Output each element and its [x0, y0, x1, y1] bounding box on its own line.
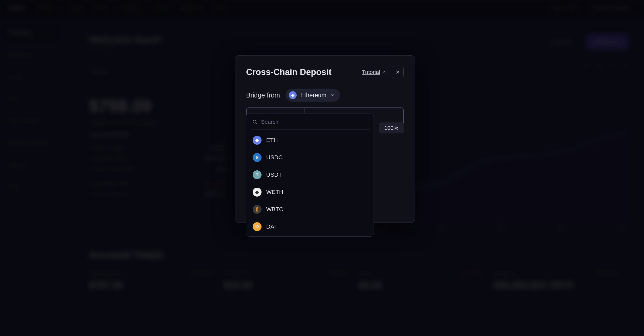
wbtc-icon: ₿: [253, 205, 262, 214]
dai-icon: D: [253, 222, 262, 231]
asset-option-label: USDT: [266, 171, 282, 178]
asset-option-usdt[interactable]: TUSDT: [251, 166, 369, 183]
bridge-from-label: Bridge from: [246, 91, 280, 99]
chain-name: Ethereum: [300, 92, 326, 99]
tutorial-label: Tutorial: [362, 69, 380, 75]
external-link-icon: [382, 70, 386, 74]
pct-100-button[interactable]: 100%: [379, 122, 404, 133]
tutorial-link[interactable]: Tutorial: [362, 69, 386, 75]
ethereum-icon: ◆: [289, 91, 297, 99]
asset-option-label: WETH: [266, 189, 283, 196]
eth-icon: ◆: [253, 136, 262, 145]
modal-title: Cross-Chain Deposit: [246, 67, 357, 77]
asset-option-label: DAI: [266, 223, 276, 230]
asset-option-label: ETH: [266, 137, 278, 144]
asset-dropdown: ◆ETH$USDCTUSDT◆WETH₿WBTCDDAI: [246, 113, 374, 237]
asset-option-eth[interactable]: ◆ETH: [251, 132, 369, 149]
chevron-down-icon: [330, 93, 335, 97]
asset-option-usdc[interactable]: $USDC: [251, 149, 369, 166]
weth-icon: ◆: [253, 188, 262, 197]
asset-option-dai[interactable]: DDAI: [251, 218, 369, 235]
asset-search-input[interactable]: [261, 119, 368, 125]
svg-point-0: [253, 120, 256, 123]
close-icon: [395, 69, 400, 75]
search-icon: [252, 119, 257, 124]
chain-select[interactable]: ◆ Ethereum: [286, 89, 340, 102]
asset-option-label: WBTC: [266, 206, 283, 213]
close-button[interactable]: [392, 66, 404, 78]
cross-chain-deposit-modal: Cross-Chain Deposit Tutorial Bridge from…: [235, 55, 415, 223]
asset-option-wbtc[interactable]: ₿WBTC: [251, 201, 369, 218]
usdc-icon: $: [253, 153, 262, 162]
asset-option-label: USDC: [266, 154, 282, 161]
asset-option-weth[interactable]: ◆WETH: [251, 183, 369, 201]
usdt-icon: T: [253, 170, 262, 179]
